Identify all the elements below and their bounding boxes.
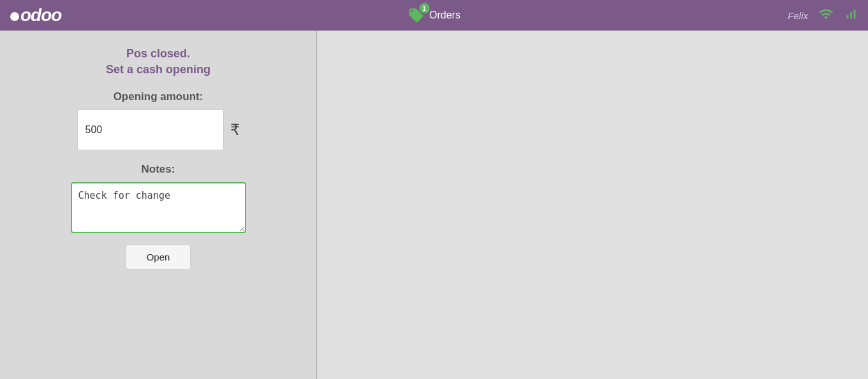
orders-badge: 1 [419, 3, 429, 13]
signal-bars-icon[interactable] [844, 7, 858, 24]
amount-row: ₹ [20, 110, 296, 150]
orders-label[interactable]: Orders [429, 10, 460, 21]
main-layout: Pos closed. Set a cash opening Opening a… [0, 31, 868, 379]
user-name: Felix [788, 10, 808, 21]
notes-textarea[interactable]: Check for change [71, 182, 246, 233]
orders-icon-wrapper[interactable]: 1 [408, 7, 424, 24]
currency-symbol: ₹ [230, 121, 240, 139]
pos-closed-line2: Set a cash opening [106, 62, 210, 78]
right-panel [317, 31, 868, 379]
notes-label: Notes: [142, 163, 175, 176]
navbar-right: Felix [788, 6, 858, 25]
left-panel: Pos closed. Set a cash opening Opening a… [0, 31, 317, 379]
logo-circle [10, 12, 19, 21]
pos-closed-line1: Pos closed. [106, 46, 210, 62]
odoo-logo-text: odoo [10, 5, 61, 25]
logo[interactable]: odoo [10, 5, 61, 25]
open-button[interactable]: Open [126, 245, 191, 269]
wifi-icon[interactable] [818, 6, 834, 25]
opening-amount-input[interactable] [77, 110, 224, 150]
pos-status: Pos closed. Set a cash opening [106, 46, 210, 78]
navbar-center: 1 Orders [408, 7, 460, 24]
navbar: odoo 1 Orders Felix [0, 0, 868, 31]
opening-amount-label: Opening amount: [114, 90, 203, 103]
